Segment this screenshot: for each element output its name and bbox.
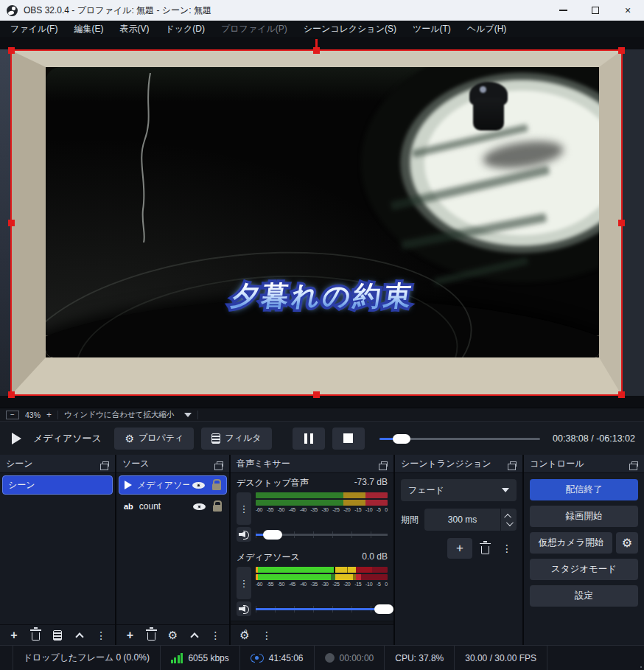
visibility-eye-icon[interactable] [193,500,206,513]
mixer-options-button[interactable]: ⋮ [237,492,251,525]
resize-handle-bottom-center[interactable] [313,391,320,398]
remove-source-button[interactable] [141,627,162,643]
studio-mode-button[interactable]: スタジオモード [530,559,638,580]
zoom-out-button[interactable]: − [6,411,19,419]
remove-scene-button[interactable] [25,627,47,643]
gear-icon [125,433,134,444]
volume-meter [256,492,388,498]
maximize-button[interactable] [579,0,612,21]
cpu-status: CPU: 37.8% [384,646,454,670]
transition-select[interactable]: フェード [401,479,517,501]
add-source-button[interactable]: + [119,627,141,643]
mixer-panel-title: 音声ミキサー [237,458,290,470]
resize-handle-top-center[interactable] [313,47,320,54]
resize-handle-mid-right[interactable] [618,220,625,226]
plus-icon: + [127,629,133,641]
menu-scene-collection[interactable]: シーンコレクション(S) [296,21,404,38]
resize-grip[interactable] [640,666,642,668]
volume-slider[interactable] [256,604,388,614]
properties-button[interactable]: プロパティ [114,428,194,450]
volume-slider-thumb[interactable] [374,604,393,614]
popout-icon[interactable] [217,461,223,467]
kebab-icon: ⋮ [502,543,512,554]
start-recording-button[interactable]: 録画開始 [530,506,638,527]
start-virtual-camera-button[interactable]: 仮想カメラ開始 [530,532,612,554]
sources-overflow-button[interactable]: ⋮ [205,627,226,643]
mixer-overflow-button[interactable]: ⋮ [256,627,278,643]
volume-slider[interactable] [256,529,388,540]
move-source-up-button[interactable] [183,627,205,643]
popout-icon[interactable] [510,461,517,467]
add-transition-button[interactable]: + [447,538,472,559]
menu-edit[interactable]: 編集(E) [66,21,111,38]
broadcast-icon [251,652,264,664]
play-icon [12,433,21,444]
resize-handle-bottom-right[interactable] [618,391,625,398]
popout-icon[interactable] [631,461,638,467]
mixer-options-button[interactable]: ⋮ [237,567,251,599]
menu-help[interactable]: ヘルプ(H) [460,21,514,38]
transition-overflow-button[interactable]: ⋮ [497,538,517,559]
meter-scale: -60-55-50-45-40-35-30-25-20-15-10-50 [256,582,388,587]
pause-icon [304,433,313,444]
close-button[interactable]: × [612,0,644,21]
media-seek-slider[interactable] [379,433,540,444]
bitrate-status: 6055 kbps [160,646,239,670]
add-scene-button[interactable]: + [3,627,25,643]
menu-tools[interactable]: ツール(T) [405,21,458,38]
pause-button[interactable] [293,428,325,450]
source-properties-button[interactable] [162,627,183,643]
menu-view[interactable]: 表示(V) [112,21,156,38]
resize-handle-top-left[interactable] [8,47,15,54]
volume-slider-thumb[interactable] [263,530,282,540]
menu-file[interactable]: ファイル(F) [3,21,65,38]
virtual-camera-settings-button[interactable] [616,532,638,554]
stop-streaming-button[interactable]: 配信終了 [530,479,638,500]
kebab-icon: ⋮ [96,630,106,641]
gear-icon [622,536,632,550]
selected-source-bounds[interactable]: 夕暮れの約束 夕暮れの約束 [10,49,623,396]
preview-canvas[interactable]: 夕暮れの約束 夕暮れの約束 [0,37,644,408]
move-scene-up-button[interactable] [69,627,91,643]
filters-button[interactable]: フィルタ [201,428,271,450]
lock-icon[interactable] [212,484,221,490]
scenes-overflow-button[interactable]: ⋮ [90,627,112,643]
chevron-down-icon [502,488,509,492]
menu-profile[interactable]: プロファイル(P) [214,21,295,38]
menu-docks[interactable]: ドック(D) [158,21,212,38]
chevron-down-icon [184,413,192,417]
speaker-icon [239,530,249,539]
mixer-name: メディアソース [237,551,300,564]
close-icon: × [625,5,631,15]
stop-button[interactable] [332,428,365,450]
preview-zoom-bar: − 43% + ウィンドウに合わせて拡大縮小 [0,408,644,421]
trash-icon [147,632,155,641]
resize-handle-mid-left[interactable] [8,220,15,226]
mute-button[interactable] [237,527,251,542]
resize-handle-top-right[interactable] [618,47,625,54]
scenes-panel-title: シーン [6,458,33,470]
mute-button[interactable] [237,601,251,616]
popout-icon[interactable] [102,461,109,467]
advanced-audio-button[interactable] [234,627,256,643]
scene-list-item[interactable]: シーン [2,475,113,495]
zoom-in-button[interactable]: + [46,410,52,420]
transitions-panel-title: シーントランジション [401,458,491,470]
source-list-item-count[interactable]: ab count [119,497,227,516]
lock-icon[interactable] [213,505,222,512]
visibility-eye-icon[interactable] [192,479,205,492]
mixer-db-value: -73.7 dB [354,477,388,489]
remove-transition-button[interactable] [475,538,494,559]
source-list-item-media[interactable]: メディアソース [119,475,227,495]
fit-to-window-dropdown[interactable]: ウィンドウに合わせて拡大縮小 [64,410,192,420]
resize-handle-bottom-left[interactable] [8,391,15,398]
minimize-button[interactable] [547,0,579,21]
settings-button[interactable]: 設定 [530,585,638,607]
media-source-label: メディアソース [33,432,102,445]
mixer-toolbar: ⋮ [231,624,393,645]
popout-icon[interactable] [381,461,388,467]
scene-filters-button[interactable] [46,627,69,643]
seek-slider-thumb[interactable] [393,434,410,444]
duration-value: 300 ms [424,514,500,525]
duration-spinner[interactable]: 300 ms [424,509,517,531]
